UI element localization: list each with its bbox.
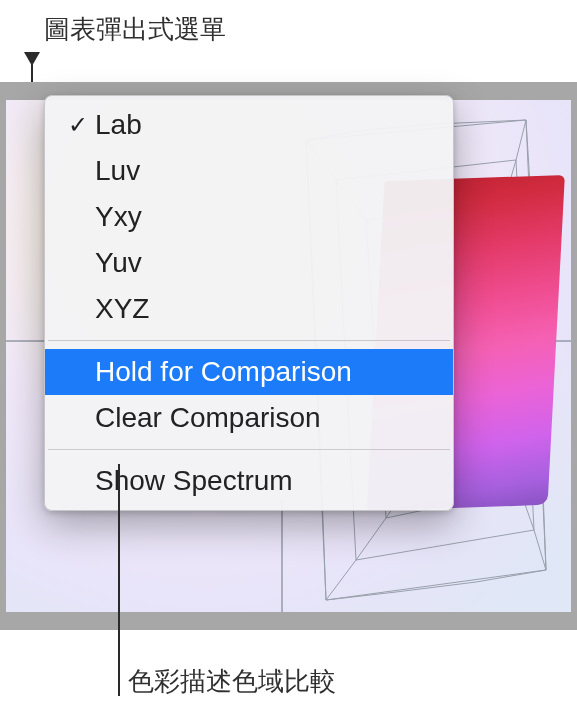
bottom-callout-label: 色彩描述色域比較 <box>128 664 336 699</box>
axis-vertical <box>281 500 283 612</box>
menu-item-clear-comparison[interactable]: Clear Comparison <box>45 395 453 441</box>
menu-separator <box>48 340 450 341</box>
top-callout-label: 圖表彈出式選單 <box>44 12 226 47</box>
menu-item-label: Yuv <box>95 247 142 279</box>
menu-item-show-spectrum[interactable]: Show Spectrum <box>45 458 453 504</box>
menu-item-label: Lab <box>95 109 142 141</box>
menu-item-yxy[interactable]: Yxy <box>45 194 453 240</box>
menu-item-label: Hold for Comparison <box>95 356 352 388</box>
arrow-down-icon <box>24 52 40 66</box>
menu-item-label: XYZ <box>95 293 149 325</box>
menu-item-yuv[interactable]: Yuv <box>45 240 453 286</box>
plot-popup-menu: ✓ Lab Luv Yxy Yuv XYZ Hold for Compariso… <box>44 95 454 511</box>
checkmark-icon: ✓ <box>61 111 95 139</box>
callout-line-bottom <box>118 464 120 696</box>
menu-item-luv[interactable]: Luv <box>45 148 453 194</box>
menu-item-label: Yxy <box>95 201 142 233</box>
menu-item-lab[interactable]: ✓ Lab <box>45 102 453 148</box>
menu-separator <box>48 449 450 450</box>
menu-item-label: Show Spectrum <box>95 465 293 497</box>
menu-item-label: Clear Comparison <box>95 402 321 434</box>
menu-item-label: Luv <box>95 155 140 187</box>
menu-item-hold-comparison[interactable]: Hold for Comparison <box>45 349 453 395</box>
menu-item-xyz[interactable]: XYZ <box>45 286 453 332</box>
